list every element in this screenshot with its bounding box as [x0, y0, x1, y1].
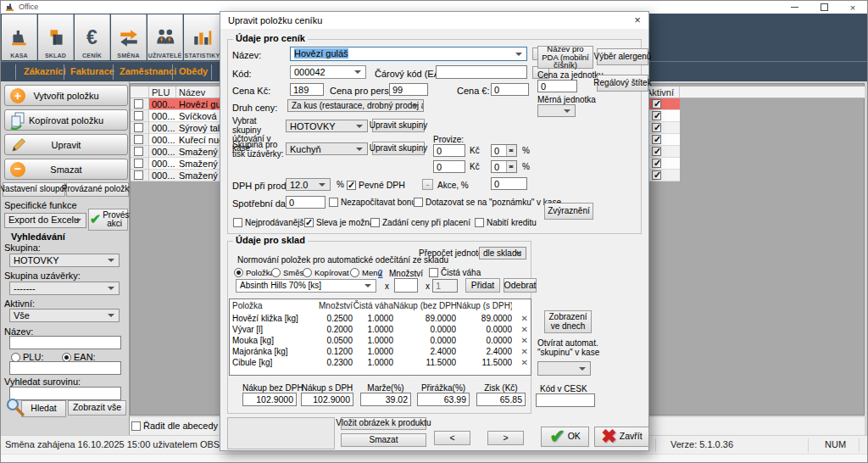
row-checkbox[interactable]: [131, 122, 149, 134]
tab-zakaznici[interactable]: Zákazníci: [24, 66, 66, 76]
dlg-delete-image-button[interactable]: Smazat: [341, 433, 426, 447]
dlg-code-combobox[interactable]: 000042: [290, 65, 366, 79]
dlg-commission-pct1-spinner[interactable]: 0: [491, 144, 517, 157]
ingredient-row[interactable]: Mouka [kg]0.05001.00000.00000.0000✕: [230, 335, 531, 346]
dlg-menu-link[interactable]: 2: [378, 270, 383, 279]
dlg-edit-print-groups-button[interactable]: Upravit skupiny: [372, 142, 425, 155]
toolbar-button-cenik[interactable]: € CENÍK: [75, 14, 110, 60]
search-button[interactable]: Hledat: [21, 400, 66, 417]
toolbar-button-kasa[interactable]: KASA: [2, 14, 37, 60]
toolbar-button-statistiky[interactable]: STATISTIKY: [184, 14, 221, 60]
dialog-close-icon[interactable]: ×: [630, 13, 645, 27]
dlg-days-view-button[interactable]: Zobrazení ve dnech: [544, 310, 592, 333]
ingredient-row[interactable]: Majoránka [kg]0.12001.00002.40002.4000✕: [230, 346, 531, 357]
dlg-price-type-select[interactable]: Za kus (restaurace, drobný prodej atd.): [287, 99, 424, 112]
tab-zamestnanci[interactable]: Zaměstnanci: [120, 66, 176, 76]
show-all-button[interactable]: Zobrazit vše: [68, 400, 126, 416]
dlg-unit-select[interactable]: [537, 104, 576, 117]
row-checkbox[interactable]: [131, 158, 149, 170]
dlg-discount-checkbox[interactable]: Sleva je možná: [304, 218, 374, 227]
edit-item-button[interactable]: Upravit: [4, 134, 128, 155]
dlg-shelf-label-button[interactable]: Regálový štítek: [597, 75, 648, 92]
dlg-name-combobox[interactable]: Hovězí guláš: [290, 47, 527, 61]
dlg-sale-group-select[interactable]: HOTOVKY: [286, 120, 368, 132]
dlg-radio-item[interactable]: Položka: [234, 268, 275, 277]
dlg-minus-button[interactable]: -: [422, 179, 433, 190]
sort-alphabet-checkbox[interactable]: Řadit dle abecedy: [131, 421, 218, 431]
toolbar-button-sklad[interactable]: SKLAD: [38, 14, 74, 60]
row-checkbox[interactable]: [131, 170, 149, 181]
dlg-pda-name-button[interactable]: Název pro PDA (mobilní číšník): [537, 46, 593, 69]
row-checkbox[interactable]: [131, 110, 149, 122]
specific-function-select[interactable]: Export do Excelu: [4, 213, 86, 228]
linked-items-button[interactable]: Provázané položky: [66, 182, 129, 197]
dlg-radio-copy[interactable]: Kopírovat: [303, 268, 349, 277]
dlg-staff-price-input[interactable]: 99: [389, 83, 428, 96]
product-image-placeholder[interactable]: [227, 417, 335, 449]
dlg-edit-sale-groups-button[interactable]: Upravit skupiny: [372, 119, 425, 132]
row-checkbox[interactable]: [131, 146, 149, 158]
tab-fakturace[interactable]: Fakturace: [70, 66, 114, 76]
delete-row-icon[interactable]: ✕: [512, 324, 528, 335]
dlg-allergens-button[interactable]: Výběr alergenů: [597, 48, 648, 65]
dlg-add-button[interactable]: Přidat: [465, 278, 500, 293]
plu-ean-input[interactable]: [9, 361, 121, 375]
minimize-button[interactable]: [783, 1, 805, 14]
dlg-insert-image-button[interactable]: Vložit obrázek k produktu: [341, 417, 426, 430]
toolbar-button-smena[interactable]: SMĚNA: [111, 14, 147, 60]
dlg-ean-input[interactable]: [436, 65, 527, 79]
dlg-ingredient-combobox[interactable]: Absinth Hills 70% [ks]: [236, 279, 376, 293]
dlg-radio-mix[interactable]: Směsi: [271, 268, 305, 277]
dlg-eur-price-input[interactable]: 0: [491, 83, 529, 96]
dlg-commission-kc2-input[interactable]: 0: [433, 160, 465, 173]
dlg-next-button[interactable]: >: [487, 431, 524, 445]
dlg-cesk-input[interactable]: [536, 393, 595, 407]
delete-row-icon[interactable]: ✕: [512, 335, 528, 346]
delete-row-icon[interactable]: ✕: [512, 313, 528, 324]
ingredient-row[interactable]: Cibule [kg]0.23001.000011.500011.5000✕: [230, 357, 531, 368]
dlg-no-bonus-checkbox[interactable]: Nezapočítavat bonus: [329, 198, 420, 207]
dlg-excise-input[interactable]: 0: [286, 196, 326, 209]
dlg-price-input[interactable]: 189: [290, 83, 324, 96]
dlg-price-on-pay-checkbox[interactable]: Zadání ceny při placení: [370, 218, 470, 227]
header-plu[interactable]: PLU: [149, 86, 176, 98]
create-item-button[interactable]: + Vytvořit položku: [4, 85, 128, 106]
dlg-recalc-select[interactable]: dle skladu: [479, 247, 526, 259]
dlg-unit-price-input[interactable]: 0: [537, 80, 577, 92]
dlg-net-weight-checkbox[interactable]: Čistá váha: [429, 268, 481, 277]
toolbar-button-uzivatele[interactable]: UŽIVATELÉ: [147, 14, 183, 60]
maximize-button[interactable]: [813, 1, 835, 14]
dlg-commission-kc1-input[interactable]: 0: [433, 144, 465, 157]
row-checkbox[interactable]: [131, 134, 149, 146]
dlg-promo-input[interactable]: 0: [491, 177, 527, 190]
dlg-qty-input[interactable]: [394, 278, 418, 293]
dlg-auto-group-select[interactable]: [537, 361, 591, 376]
closure-group-select[interactable]: -------: [9, 282, 120, 295]
dlg-close-button[interactable]: ✖ Zavřít: [594, 427, 649, 447]
dlg-print-group-select[interactable]: Kuchyň: [286, 142, 368, 155]
dlg-prev-button[interactable]: <: [434, 431, 470, 445]
dlg-credit-checkbox[interactable]: Nabití kreditu: [475, 218, 537, 227]
dlg-fixed-vat-checkbox[interactable]: Pevné DPH: [347, 180, 405, 190]
name-filter-input[interactable]: [9, 336, 121, 349]
tab-obedy[interactable]: Obědy: [179, 66, 208, 76]
dlg-commission-pct2-spinner[interactable]: 0: [491, 160, 517, 173]
row-checkbox[interactable]: [131, 98, 149, 110]
delete-item-button[interactable]: − Smazat: [4, 159, 128, 180]
dlg-remove-button[interactable]: Odebrat: [504, 278, 537, 293]
delete-row-icon[interactable]: ✕: [512, 346, 528, 357]
column-settings-button[interactable]: Nastavení sloupců: [3, 182, 65, 197]
run-action-button[interactable]: ✔ Provést akci: [88, 209, 128, 231]
close-button[interactable]: ×: [842, 1, 864, 14]
dlg-best-seller-checkbox[interactable]: Nejprodávanější: [233, 218, 306, 227]
group-select[interactable]: HOTOVKY: [9, 254, 120, 267]
ingredient-row[interactable]: Hovězí kližka [kg]0.25001.000089.000089.…: [230, 313, 531, 324]
active-filter-select[interactable]: Vše: [9, 309, 120, 322]
ingredient-row[interactable]: Vývar [l]0.20001.00000.00000.0000✕: [230, 324, 531, 335]
dlg-ok-button[interactable]: ✔ OK: [541, 427, 589, 447]
dlg-highlight-button[interactable]: Zvýraznění: [544, 203, 593, 220]
delete-row-icon[interactable]: ✕: [512, 357, 528, 368]
copy-item-button[interactable]: Kopírovat položku: [4, 109, 128, 131]
dlg-ask-note-checkbox[interactable]: Dotazovat se na "poznámku" v kase: [414, 198, 561, 207]
dlg-vat-select[interactable]: 12.0: [286, 178, 331, 191]
